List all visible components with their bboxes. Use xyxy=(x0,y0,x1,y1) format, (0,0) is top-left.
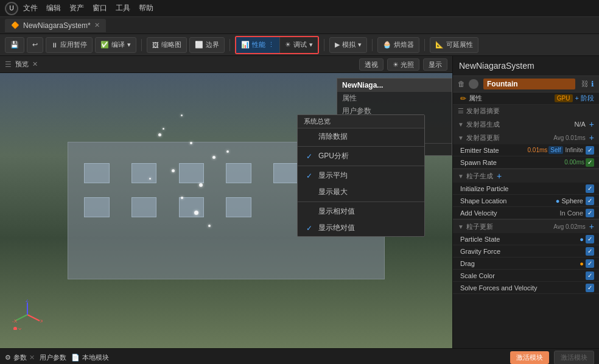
perf-item-clear[interactable]: 清除数据 xyxy=(298,128,424,145)
emitter-spawn-header[interactable]: ▼ 发射器生成 N/A + xyxy=(453,117,599,131)
spawn-rate-time: 0.00ms xyxy=(564,159,584,166)
debug-button[interactable]: ☀ 调试 ▾ xyxy=(280,37,318,53)
spawn-arrow-icon: ▼ xyxy=(458,121,464,128)
menu-edit[interactable]: 编辑 xyxy=(46,3,61,13)
compile-chevron-icon: ▾ xyxy=(127,41,131,49)
emitter-name-label: Fountain xyxy=(483,79,575,89)
niagara-tab[interactable]: 🔶 NewNiagaraSystem* ✕ xyxy=(5,19,106,32)
thumbnail-button[interactable]: 🖼 缩略图 xyxy=(147,37,187,53)
drag-row: Drag ● ✓ xyxy=(453,257,599,270)
local-module-tab[interactable]: 📄 本地模块 xyxy=(71,353,109,362)
apply-pause-button[interactable]: ⏸ 应用暂停 xyxy=(46,37,93,53)
perf-options-icon: ⋮ xyxy=(268,41,275,49)
activate-module-button[interactable]: 激活模块 xyxy=(510,351,549,364)
emitter-update-header[interactable]: ▼ 发射器更新 Avg 0.01ms + xyxy=(453,131,599,144)
add-velocity-row: Add Velocity In Cone ✓ xyxy=(453,207,599,219)
particle-update-avg: Avg 0.02ms xyxy=(553,223,586,230)
lighting-btn[interactable]: ☀ 光照 xyxy=(387,58,419,71)
ext-button[interactable]: 📐 可延展性 xyxy=(430,37,478,53)
scale-color-row: Scale Color ✓ xyxy=(453,270,599,282)
menu-tools[interactable]: 工具 xyxy=(116,3,130,13)
tab-close-icon[interactable]: ✕ xyxy=(94,21,100,29)
debug-label: 调试 xyxy=(293,40,307,49)
display-btn[interactable]: 显示 xyxy=(423,58,447,71)
local-module-icon: 📄 xyxy=(71,354,80,362)
ext-label: 可延展性 xyxy=(446,40,473,49)
gravity-force-check[interactable]: ✓ xyxy=(586,247,594,256)
viewport-menu-icon[interactable]: ☰ xyxy=(5,60,12,69)
drag-check[interactable]: ✓ xyxy=(586,259,594,268)
solve-forces-check[interactable]: ✓ xyxy=(586,284,594,292)
emitter-summary-label: 发射器摘要 xyxy=(466,107,500,116)
add-stage-button[interactable]: + 阶段 xyxy=(575,94,594,103)
perf-item-clear-label: 清除数据 xyxy=(318,131,348,142)
menu-window[interactable]: 窗口 xyxy=(93,3,107,13)
particle-update-header[interactable]: ▼ 粒子更新 Avg 0.02ms + xyxy=(453,220,599,233)
bake-button[interactable]: 🧁 烘焙器 xyxy=(377,37,419,53)
perf-button[interactable]: 📊 性能 ⋮ xyxy=(236,37,280,53)
add-velocity-check[interactable]: ✓ xyxy=(586,209,594,217)
activate-inactive-button[interactable]: 激活模块 xyxy=(554,351,594,364)
perf-item-relative-label: 显示相对值 xyxy=(318,206,355,217)
main-area: ☰ 预览 ✕ 透视 ☀ 光照 显示 xyxy=(0,56,599,348)
params-tab[interactable]: ⚙ 参数 ✕ xyxy=(5,353,35,362)
emitter-summary-header[interactable]: ☰ 发射器摘要 xyxy=(453,105,599,117)
particle xyxy=(149,178,151,180)
undo-button[interactable]: ↩ xyxy=(27,37,43,53)
emitter-chain-icon[interactable]: ⛓ xyxy=(581,80,589,88)
undo-icon: ↩ xyxy=(32,41,38,49)
simulate-chevron-icon: ▾ xyxy=(358,41,362,49)
tab-bar: 🔶 NewNiagaraSystem* ✕ xyxy=(0,17,599,34)
menu-help[interactable]: 帮助 xyxy=(139,3,153,13)
menu-assets[interactable]: 资产 xyxy=(69,3,84,13)
emitter-header: 🗑 Fountain ⛓ ℹ xyxy=(453,76,599,93)
particle-update-add-button[interactable]: + xyxy=(589,222,594,231)
shape-location-row: Shape Location ● Sphere ✓ xyxy=(453,195,599,207)
border-button[interactable]: ⬜ 边界 xyxy=(189,37,225,53)
perf-item-relative[interactable]: 显示相对值 xyxy=(298,203,424,220)
building-window xyxy=(131,197,156,218)
right-panel-title: NewNiagaraSystem xyxy=(453,56,599,76)
init-particle-check[interactable]: ✓ xyxy=(586,184,594,193)
emitter-info-icon[interactable]: ℹ xyxy=(591,80,594,88)
particle-state-check[interactable]: ✓ xyxy=(586,235,594,243)
perf-item-avg-label: 显示平均 xyxy=(318,170,348,181)
add-velocity-label: Add Velocity xyxy=(460,209,559,217)
params-close-icon[interactable]: ✕ xyxy=(29,354,35,362)
particle-gen-add-button[interactable]: + xyxy=(497,171,502,181)
spawn-add-button[interactable]: + xyxy=(589,119,594,129)
perf-label: 性能 xyxy=(252,40,265,49)
shape-location-check[interactable]: ✓ xyxy=(586,197,594,205)
perf-item-avg[interactable]: 显示平均 xyxy=(298,167,424,184)
particle-gen-header[interactable]: ▼ 粒子生成 + xyxy=(453,169,599,183)
perf-item-max[interactable]: 显示最大 xyxy=(298,184,424,200)
perf-check-clear xyxy=(305,133,314,141)
delete-icon[interactable]: 🗑 xyxy=(458,80,465,88)
niagara-item-attributes[interactable]: 属性 xyxy=(337,92,452,105)
scale-color-check[interactable]: ✓ xyxy=(586,271,594,280)
attribute-row: ✏ 属性 GPU + 阶段 xyxy=(453,93,599,105)
drag-label: Drag xyxy=(460,260,580,267)
solve-forces-row: Solve Forces and Velocity ✓ xyxy=(453,282,599,294)
compile-button[interactable]: ✅ 编译 ▾ xyxy=(95,37,136,53)
user-params-tab[interactable]: 用户参数 xyxy=(40,353,66,362)
apply-pause-label: 应用暂停 xyxy=(60,40,87,49)
spawn-rate-check[interactable]: ✓ xyxy=(586,158,594,167)
emitter-color-swatch xyxy=(469,79,478,89)
perf-item-absolute[interactable]: 显示绝对值 xyxy=(298,220,424,236)
simulate-button[interactable]: ▶ 模拟 ▾ xyxy=(329,37,367,53)
emitter-state-label: Emitter State xyxy=(460,147,528,154)
perf-item-gpu[interactable]: GPU分析 xyxy=(298,148,424,164)
perf-popup-divider-1 xyxy=(298,146,424,147)
particle xyxy=(226,150,229,153)
viewport-close-icon[interactable]: ✕ xyxy=(32,60,38,68)
update-add-button[interactable]: + xyxy=(589,133,594,142)
emitter-state-check[interactable]: ✓ xyxy=(586,146,594,155)
spawn-rate-label: Spawn Rate xyxy=(460,159,564,166)
apply-pause-icon: ⏸ xyxy=(51,41,58,49)
save-button[interactable]: 💾 xyxy=(5,37,24,53)
perf-debug-group: 📊 性能 ⋮ ☀ 调试 ▾ xyxy=(235,36,319,54)
perspective-btn[interactable]: 透视 xyxy=(359,58,384,71)
menu-file[interactable]: 文件 xyxy=(23,3,38,13)
building-window xyxy=(226,197,251,218)
